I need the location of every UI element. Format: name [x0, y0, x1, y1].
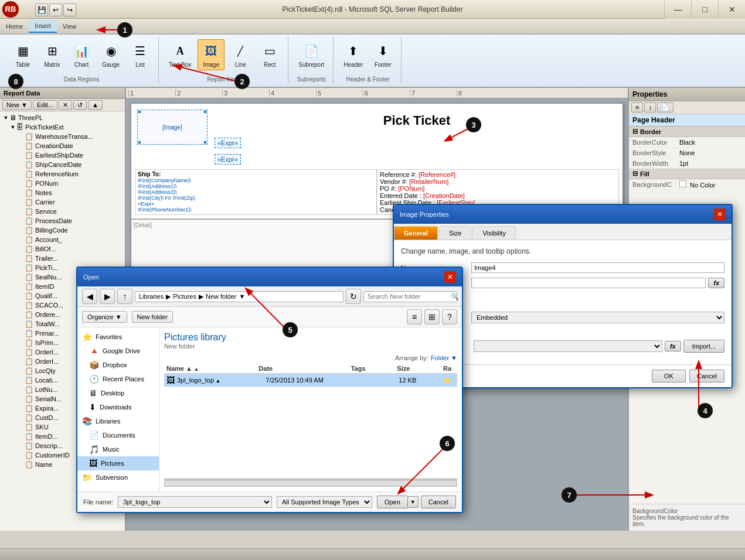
breadcrumb-newfolder[interactable]: New folder	[206, 293, 237, 300]
col-size[interactable]: Size	[397, 365, 443, 372]
col-date[interactable]: Date	[258, 365, 351, 372]
tree-field-3[interactable]: 📋 EarliestShipDate	[1, 151, 124, 160]
delete-btn[interactable]: ✕	[59, 100, 72, 110]
open-btn-arrow[interactable]: ▼	[407, 496, 419, 508]
use-image-select[interactable]	[474, 340, 662, 352]
nav-dropbox[interactable]: 📦 Dropbox	[77, 358, 159, 372]
tree-field-4[interactable]: 📋 ShipCancelDate	[1, 160, 124, 169]
ribbon-btn-image[interactable]: 🖼 Image	[198, 39, 224, 70]
redo-btn[interactable]: ↪	[63, 4, 76, 16]
ribbon-btn-chart[interactable]: 📊 Chart	[68, 39, 95, 70]
breadcrumb-bar[interactable]: Libraries ▶ Pictures ▶ New folder ▼	[135, 291, 343, 302]
nav-refresh[interactable]: ↻	[346, 289, 361, 304]
menu-view[interactable]: View	[57, 21, 83, 32]
new-folder-btn[interactable]: New folder	[132, 311, 174, 323]
img-dialog-close[interactable]: ✕	[714, 209, 726, 220]
save-btn[interactable]: 💾	[35, 4, 48, 16]
menu-home[interactable]: Home	[0, 21, 29, 32]
cancel-btn[interactable]: Cancel	[421, 496, 456, 508]
ribbon-btn-line[interactable]: ╱ Line	[227, 39, 254, 70]
nav-back[interactable]: ◀	[82, 289, 97, 304]
props-fill-section[interactable]: ⊟ Fill	[629, 169, 745, 179]
img-tab-visibility[interactable]: Visibility	[472, 226, 516, 240]
nav-google-drive[interactable]: 🔺 Google Drive	[77, 344, 159, 358]
nav-subversion[interactable]: 📁 Subversion	[77, 470, 159, 484]
ribbon-btn-rect[interactable]: ▭ Rect	[256, 39, 283, 70]
resize-handle-tl[interactable]	[138, 110, 141, 114]
breadcrumb-libraries[interactable]: Libraries	[139, 293, 164, 300]
tree-field-carrier[interactable]: 📋 Carrier	[1, 197, 124, 207]
ribbon-btn-subreport[interactable]: 📄 Subreport	[294, 39, 328, 70]
filetype-select[interactable]: All Supported Image Types	[277, 496, 372, 508]
ok-btn[interactable]: OK	[652, 370, 686, 383]
move-up-btn[interactable]: ▲	[88, 100, 103, 110]
edit-btn[interactable]: Edit...	[33, 100, 57, 110]
ribbon-btn-table[interactable]: ▦ Table	[9, 39, 36, 70]
img-cancel-btn[interactable]: Cancel	[689, 370, 724, 383]
horizontal-scrollbar[interactable]	[164, 479, 457, 487]
undo-btn[interactable]: ↩	[49, 4, 62, 16]
search-box[interactable]: 🔍	[363, 291, 457, 302]
scrollbar-track[interactable]	[164, 480, 457, 486]
refresh-btn[interactable]: ↺	[73, 100, 87, 110]
open-btn[interactable]: Open	[377, 496, 407, 508]
nav-recent[interactable]: 🕐 Recent Places	[77, 372, 159, 386]
img-tab-size[interactable]: Size	[439, 226, 471, 240]
img-tab-general[interactable]: General	[394, 226, 438, 240]
file-row-1[interactable]: 🖼 3pl_logo_top 7/25/2013 10:49 AM 12 KB …	[164, 374, 457, 387]
tree-field-notes[interactable]: 📋 Notes	[1, 188, 124, 197]
view-list-btn[interactable]: ≡	[407, 309, 422, 325]
resize-handle-tr[interactable]	[203, 110, 207, 114]
new-btn[interactable]: New ▼	[2, 100, 32, 110]
expand-icon[interactable]: ▼	[9, 124, 16, 130]
col-name[interactable]: Name ▲	[166, 365, 258, 372]
ribbon-btn-header[interactable]: ⬆ Header	[339, 39, 367, 70]
props-sort-alpha[interactable]: ↕	[644, 103, 656, 112]
breadcrumb-pictures[interactable]: Pictures	[173, 293, 196, 300]
tree-field-2[interactable]: 📋 CreationDate	[1, 141, 124, 151]
name-input[interactable]	[471, 262, 724, 273]
use-image-fx-btn[interactable]: fx	[665, 341, 681, 351]
menu-insert[interactable]: Insert	[29, 20, 57, 33]
props-border-section[interactable]: ⊟ Border	[629, 127, 745, 137]
ribbon-btn-list[interactable]: ☰ List	[127, 39, 154, 70]
nav-forward[interactable]: ▶	[100, 289, 115, 304]
ribbon-btn-textbox[interactable]: A Text Box	[165, 39, 195, 70]
organize-btn[interactable]: Organize ▼	[82, 311, 127, 323]
expand-icon[interactable]: ▼	[2, 115, 9, 121]
ribbon-btn-gauge[interactable]: ◉ Gauge	[97, 39, 124, 70]
nav-favorites[interactable]: ⭐ Favorites	[77, 330, 159, 344]
tree-field-billof[interactable]: 📋 BillOf...	[1, 244, 124, 254]
nav-pictures[interactable]: 🖼 Pictures	[77, 456, 159, 470]
nav-downloads[interactable]: ⬇ Downloads	[77, 400, 159, 414]
ribbon-btn-matrix[interactable]: ⊞ Matrix	[39, 39, 66, 70]
nav-libraries[interactable]: 📚 Libraries	[77, 414, 159, 428]
tree-datasource[interactable]: ▼ 🗄 PickTicketExt	[1, 122, 124, 132]
ribbon-btn-footer[interactable]: ⬇ Footer	[369, 39, 396, 70]
filename-select[interactable]: 3pl_logo_top	[118, 496, 272, 508]
import-btn[interactable]: Import...	[683, 340, 724, 353]
tooltip-fx-btn[interactable]: fx	[708, 278, 724, 288]
view-details-btn[interactable]: ⊞	[424, 309, 440, 325]
source-select[interactable]: Embedded External Database	[471, 312, 724, 323]
tree-root[interactable]: ▼ 🖥 ThreePL	[1, 113, 124, 122]
maximize-btn[interactable]: □	[691, 0, 718, 19]
close-btn[interactable]: ✕	[718, 0, 745, 19]
tree-field-process[interactable]: 📋 ProcessDate	[1, 216, 124, 226]
tooltip-input[interactable]	[471, 278, 706, 288]
resize-handle-br[interactable]	[203, 141, 207, 144]
tree-field-billing[interactable]: 📋 BillingCode	[1, 226, 124, 235]
minimize-btn[interactable]: —	[664, 0, 691, 19]
tree-field-6[interactable]: 📋 PONum	[1, 179, 124, 188]
nav-documents[interactable]: 📄 Documents	[77, 428, 159, 442]
tree-field-1[interactable]: 📋 WarehouseTransa...	[1, 132, 124, 141]
resize-handle-bl[interactable]	[138, 141, 141, 144]
open-dialog-close[interactable]: ✕	[444, 271, 456, 283]
image-placeholder[interactable]: [Image]	[137, 110, 207, 145]
tree-field-service[interactable]: 📋 Service	[1, 207, 124, 216]
tree-field-trailer[interactable]: 📋 Trailer...	[1, 254, 124, 263]
arrange-folder[interactable]: Folder ▼	[431, 354, 457, 361]
nav-up[interactable]: ↑	[117, 289, 132, 304]
props-page[interactable]: 📄	[657, 103, 673, 112]
nav-music[interactable]: 🎵 Music	[77, 442, 159, 456]
